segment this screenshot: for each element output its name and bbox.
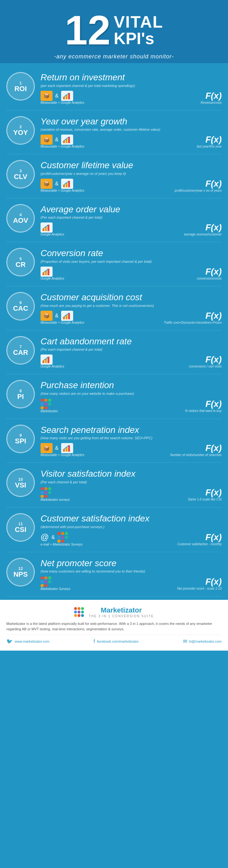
- kpi-tool-label: Measurable + Google Analytics: [41, 101, 84, 104]
- kpi-tools: Marketizator SurveysF(x)Net promoter sco…: [41, 576, 222, 591]
- dot-3: [81, 607, 84, 610]
- kpi-content: Cart abandonment rate(Per each important…: [41, 336, 222, 369]
- kpi-title: Purchase intention: [41, 380, 222, 391]
- footer-links: 🐦 www.marketizator.com f facebook.com/ma…: [6, 635, 222, 644]
- kpi-formula-block: F(x)Same 1-5 scale like CSI: [188, 488, 222, 501]
- kpi-circle: 9SPI: [6, 425, 35, 453]
- dot-8: [78, 614, 80, 617]
- vital-kpis-block: VITAL KPI's: [114, 14, 163, 46]
- kpi-tool-label: Google Analytics: [41, 365, 64, 368]
- kpi-formula-label: Same 1-5 scale like CSI: [188, 498, 222, 501]
- kpi-formula-block: F(x)conversions / cart visits: [189, 354, 222, 368]
- kpi-tools: Google AnalyticsF(x)conversions / cart v…: [41, 354, 222, 368]
- kpi-formula-label: Customer satisfaction - monthly: [177, 542, 222, 546]
- footer-description: Marketizator is a the latest platform es…: [6, 621, 222, 631]
- kpi-abbr: CR: [15, 261, 26, 268]
- kpi-tools-group: Google Analytics: [41, 222, 64, 236]
- kpi-title: Customer acquisition cost: [41, 292, 222, 303]
- footer-facebook-link[interactable]: f facebook.com/marketizator: [94, 639, 139, 644]
- kpi-tools-group: Google Analytics: [41, 267, 64, 280]
- kpi-desc: (Per each channel & per total): [41, 480, 222, 484]
- kpi-desc: (variation of revenue, conversion rate, …: [41, 128, 222, 131]
- kpi-tools-group: @&e-mail + Marketizator Surveys: [41, 532, 83, 546]
- kpi-tool-label: Marketizator Surveys: [41, 587, 70, 591]
- kpi-content: Average order value(Per each important c…: [41, 204, 222, 237]
- kpi-tools-group: 📦& Measurable + Google Analytics: [41, 311, 84, 324]
- kpi-tool-label: Google Analytics: [41, 232, 64, 236]
- footer-facebook-text: facebook.com/marketizator: [97, 640, 139, 643]
- kpi-desc: (profit/customer/year x average no of ye…: [41, 172, 222, 176]
- svg-rect-11: [47, 225, 49, 231]
- kpi-tools: @&e-mail + Marketizator SurveysF(x)Custo…: [41, 532, 222, 546]
- kpi-tools-left: [41, 267, 64, 277]
- kpi-item: 2YOYYear over year growth(variation of r…: [6, 111, 222, 155]
- kpi-circle: 5CR: [6, 248, 35, 276]
- kpi-formula-label: last year/this year: [197, 145, 222, 148]
- kpi-formula-label: profit/customer/year x no of years: [175, 189, 222, 192]
- kpi-tools: 📦& Measurable + Google AnalyticsF(x)prof…: [41, 179, 222, 192]
- footer-website-link[interactable]: 🐦 www.marketizator.com: [6, 638, 49, 644]
- dot-4: [74, 611, 77, 614]
- kpi-circle: 4AOV: [6, 204, 35, 232]
- kpi-formula-block: F(x)% visitors that want to buy: [185, 399, 222, 412]
- kpi-formula: F(x): [201, 91, 222, 101]
- kpi-formula-label: conversions/visits: [197, 277, 222, 280]
- kpi-title: Customer lifetime value: [41, 160, 222, 171]
- svg-rect-18: [42, 361, 44, 363]
- kpi-desc: (How much are you paying to get a custom…: [41, 304, 222, 308]
- footer-email-text: hi@marketizator.com: [189, 640, 222, 643]
- kpi-tools: 📦& Measurable + Google AnalyticsF(x)Reve…: [41, 91, 222, 104]
- kpi-abbr: VSI: [15, 482, 26, 489]
- kpi-tools-group: 📦& Measurable + Google Analytics: [41, 443, 84, 457]
- kpi-tools-left: 📦&: [41, 443, 84, 453]
- kpi-formula-block: F(x)profit/customer/year x no of years: [175, 179, 222, 192]
- kpi-formula: F(x): [170, 443, 222, 453]
- kpi-tools: Google AnalyticsF(x)average revenue/cust…: [41, 222, 222, 236]
- kpi-formula-block: F(x)Customer satisfaction - monthly: [177, 532, 222, 546]
- kpi-tool-label: Google Analytics: [41, 277, 64, 280]
- dot-1: [74, 607, 77, 610]
- kpi-content: Search penetration index(How many visits…: [41, 425, 222, 457]
- kpi-abbr: SPI: [15, 438, 26, 445]
- svg-rect-17: [68, 313, 70, 319]
- kpi-title: Customer satisfaction index: [41, 513, 222, 524]
- kpi-formula: F(x): [184, 222, 222, 232]
- kpi-desc: (per each important channel & per total …: [41, 84, 222, 88]
- twitter-icon: 🐦: [6, 638, 13, 644]
- kpi-formula-block: F(x)average revenue/customer: [184, 222, 222, 236]
- svg-rect-6: [63, 185, 65, 187]
- header-section: 12 VITAL KPI's -any ecommerce marketer s…: [0, 0, 228, 63]
- kpi-circle: 7CAR: [6, 336, 35, 365]
- kpi-content: Return on investment(per each important …: [41, 72, 222, 104]
- kpi-tools-left: [41, 576, 70, 587]
- kpi-content: Visitor satisfaction index(Per each chan…: [41, 468, 222, 501]
- kpi-title: Net promoter score: [41, 558, 222, 569]
- kpi-title: Conversion rate: [41, 248, 222, 259]
- kpi-content: Purchase intention(How many visitors are…: [41, 380, 222, 413]
- kpi-formula-label: conversions / cart visits: [189, 365, 222, 368]
- kpi-tools-left: [41, 354, 64, 365]
- kpi-circle: 12NPS: [6, 558, 35, 587]
- kpi-circle: 11CSI: [6, 513, 35, 542]
- footer-tagline: THE 3 IN 1 CONVERSION SUITE: [89, 614, 154, 618]
- kpi-tools-group: 📦& Measurable + Google Analytics: [41, 179, 84, 192]
- kpi-tools-group: Marketizator Surveys: [41, 576, 70, 591]
- kpi-tool-label: Marketizator surveys: [41, 498, 70, 501]
- kpi-item: 9SPISearch penetration index(How many vi…: [6, 419, 222, 463]
- kpi-list: 1ROIReturn on investment(per each import…: [0, 63, 228, 600]
- kpi-tools: MarketizatorF(x)% visitors that want to …: [41, 399, 222, 413]
- kpi-item: 12NPSNet promoter score(how many custome…: [6, 552, 222, 597]
- svg-rect-9: [42, 228, 44, 231]
- footer-logo: Marketizator THE 3 IN 1 CONVERSION SUITE: [6, 606, 222, 618]
- dot-7: [74, 614, 77, 617]
- kpi-desc: (Per each important channel & per total): [41, 347, 222, 351]
- facebook-icon: f: [94, 639, 95, 644]
- dot-6: [81, 611, 84, 614]
- kpi-formula: F(x): [185, 399, 222, 409]
- kpi-abbr: CAR: [13, 349, 28, 356]
- kpi-tools-left: [41, 399, 58, 409]
- footer-email-link[interactable]: ✉ hi@marketizator.com: [183, 638, 222, 644]
- kpi-item: 10VSIVisitor satisfaction index(Per each…: [6, 463, 222, 507]
- svg-rect-23: [68, 445, 70, 452]
- header-title-block: 12 VITAL KPI's: [6, 9, 222, 51]
